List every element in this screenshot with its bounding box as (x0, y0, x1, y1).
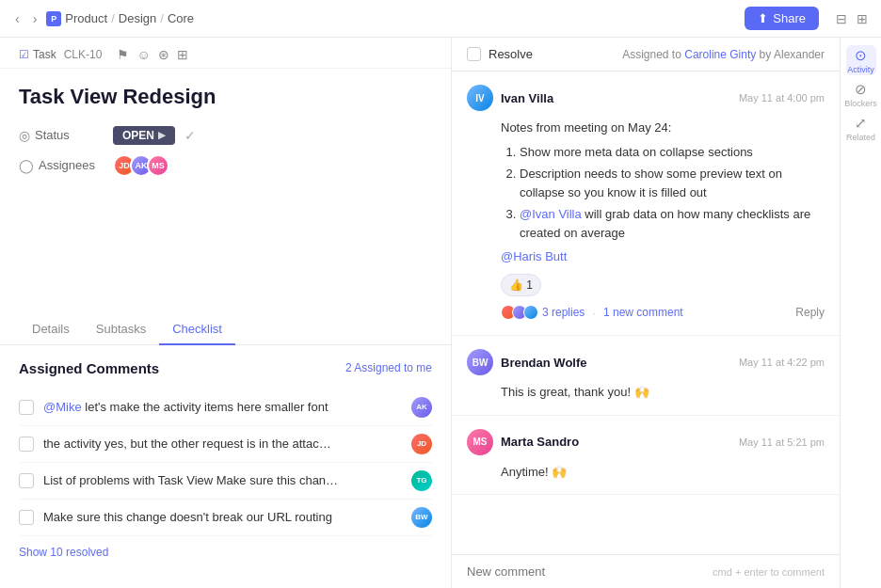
main-layout: ☑ Task CLK-10 ⚑ ☺ ⊛ ⊞ Task View Redesign… (0, 38, 881, 588)
checklist-checkbox-1[interactable] (19, 400, 34, 415)
window-controls: ⊟ ⊞ (834, 9, 870, 28)
status-badge[interactable]: OPEN ▶ (113, 126, 175, 145)
comment-block: BW Brendan Wolfe May 11 at 4:22 pm This … (452, 336, 840, 416)
new-comment-badge[interactable]: 1 new comment (603, 304, 683, 321)
comment-avatar-3: MS (467, 429, 493, 455)
comment-author-2: Brendan Wolfe (501, 356, 587, 370)
breadcrumb-design[interactable]: Design (119, 11, 156, 25)
task-tabs: Details Subtasks Checklist (0, 305, 451, 345)
window-minimize-button[interactable]: ⊟ (834, 9, 849, 28)
resolve-bar: Resolve Assigned to Caroline Ginty by Al… (452, 38, 840, 72)
comment-avatar-2: BW (467, 349, 493, 375)
comment-avatar-1: IV (467, 85, 493, 111)
assignees-field-row: ◯ Assignees JD AK MS (19, 154, 432, 177)
checklist-item-text-4: Make sure this change doesn't break our … (43, 510, 332, 524)
comment-block: MS Marta Sandro May 11 at 5:21 pm Anytim… (452, 416, 840, 496)
product-icon: P (46, 11, 61, 26)
reply-button[interactable]: Reply (795, 304, 825, 321)
new-comment-input[interactable] (467, 564, 713, 579)
checklist-header: Assigned Comments 2 Assigned to me (19, 360, 432, 376)
status-value: OPEN ▶ ✓ (113, 126, 196, 145)
activity-icon: ⊙ (855, 47, 867, 64)
tag-icon[interactable]: ⊛ (158, 47, 169, 62)
activity-label: Activity (847, 65, 874, 74)
related-icon: ⤢ (855, 115, 867, 132)
avatar-3[interactable]: MS (147, 154, 169, 177)
status-arrow-icon: ▶ (158, 130, 166, 140)
breadcrumb-product[interactable]: Product (65, 11, 107, 25)
checklist-item-text-2: the activity yes, but the other request … (43, 437, 331, 451)
status-label: ◎ Status (19, 128, 113, 143)
item-avatar-1: AK (411, 397, 432, 418)
checklist-checkbox-3[interactable] (19, 473, 34, 488)
tab-subtasks[interactable]: Subtasks (83, 314, 159, 345)
resolve-checkbox[interactable] (467, 47, 481, 61)
comment-footer-1: 3 replies · 1 new comment Reply (501, 304, 825, 323)
avatar-group[interactable]: JD AK MS (113, 154, 164, 177)
assignees-label: ◯ Assignees (19, 158, 113, 173)
assigned-badge[interactable]: 2 Assigned to me (345, 361, 432, 374)
assignee-icon: ◯ (19, 158, 34, 173)
task-id: CLK-10 (64, 48, 103, 61)
breadcrumb-core[interactable]: Core (168, 11, 194, 25)
sidebar-blockers-button[interactable]: ⊘ Blockers (846, 79, 876, 109)
comment-time-2: May 11 at 4:22 pm (739, 357, 825, 368)
comment-shortcut: cmd + enter to comment (713, 566, 825, 578)
task-type: ☑ Task (19, 48, 56, 61)
comment-author-1: Ivan Villa (501, 91, 553, 105)
task-content: Task View Redesign ◎ Status OPEN ▶ ✓ (0, 69, 451, 297)
status-icon: ◎ (19, 128, 30, 143)
right-panel: Resolve Assigned to Caroline Ginty by Al… (452, 38, 881, 588)
comment-body-3: Anytime! 🙌 (467, 463, 825, 482)
blockers-label: Blockers (844, 99, 877, 108)
window-maximize-button[interactable]: ⊞ (855, 9, 870, 28)
sidebar-related-button[interactable]: ⤢ Related (846, 113, 876, 143)
image-icon[interactable]: ⊞ (177, 47, 188, 62)
nav-back-button[interactable]: ‹ (11, 9, 24, 28)
emoji-icon[interactable]: ☺ (136, 47, 150, 62)
checklist-item: List of problems with Task View Make sur… (19, 463, 432, 500)
checklist-section: Assigned Comments 2 Assigned to me @Mike… (0, 345, 451, 589)
top-bar: ‹ › P Product / Design / Core ⬆ Share ⊟ … (0, 0, 881, 38)
status-text: OPEN (122, 129, 154, 142)
left-panel: ☑ Task CLK-10 ⚑ ☺ ⊛ ⊞ Task View Redesign… (0, 38, 452, 588)
checklist-checkbox-4[interactable] (19, 510, 34, 525)
comment-time-3: May 11 at 5:21 pm (739, 437, 825, 448)
comment-header: MS Marta Sandro May 11 at 5:21 pm (467, 429, 825, 455)
resolve-label: Resolve (489, 47, 533, 61)
flag-icon[interactable]: ⚑ (117, 47, 129, 62)
emoji-reaction[interactable]: 👍 1 (501, 274, 541, 296)
replies-link[interactable]: 3 replies (542, 304, 585, 321)
resolve-assigned: Assigned to Caroline Ginty by Alexander (622, 48, 825, 61)
show-resolved-link[interactable]: Show 10 resolved (19, 536, 432, 568)
assignees-value[interactable]: JD AK MS (113, 154, 164, 177)
comment-body-2: This is great, thank you! 🙌 (467, 383, 825, 402)
comment-author-3: Marta Sandro (501, 435, 579, 449)
tab-checklist[interactable]: Checklist (159, 314, 235, 345)
tab-details[interactable]: Details (19, 314, 83, 345)
right-sidebar: ⊙ Activity ⊘ Blockers ⤢ Related (840, 38, 881, 588)
comment-block: IV Ivan Villa May 11 at 4:00 pm Notes fr… (452, 72, 840, 336)
checklist-checkbox-2[interactable] (19, 437, 34, 452)
share-icon: ⬆ (758, 11, 768, 25)
nav-forward-button[interactable]: › (29, 9, 41, 28)
checklist-item: Make sure this change doesn't break our … (19, 500, 432, 536)
blockers-icon: ⊘ (855, 81, 867, 98)
sidebar-activity-button[interactable]: ⊙ Activity (846, 45, 876, 75)
status-check-icon[interactable]: ✓ (184, 128, 196, 143)
related-label: Related (846, 133, 875, 142)
breadcrumb: P Product / Design / Core (46, 11, 194, 26)
comments-list: IV Ivan Villa May 11 at 4:00 pm Notes fr… (452, 72, 840, 554)
checklist-item-text-1: @Mike let's make the activity items here… (43, 400, 328, 414)
item-avatar-2: JD (411, 434, 432, 454)
item-avatar-4: BW (411, 507, 432, 528)
top-bar-left: ‹ › P Product / Design / Core (11, 9, 194, 28)
status-field-row: ◎ Status OPEN ▶ ✓ (19, 126, 432, 145)
checklist-item: @Mike let's make the activity items here… (19, 389, 432, 426)
task-title: Task View Redesign (19, 84, 432, 111)
comment-header: BW Brendan Wolfe May 11 at 4:22 pm (467, 349, 825, 375)
share-button[interactable]: ⬆ Share (745, 7, 819, 30)
comment-body-1: Notes from meeting on May 24: Show more … (467, 119, 825, 322)
comment-header: IV Ivan Villa May 11 at 4:00 pm (467, 85, 825, 111)
activity-panel: Resolve Assigned to Caroline Ginty by Al… (452, 38, 840, 588)
